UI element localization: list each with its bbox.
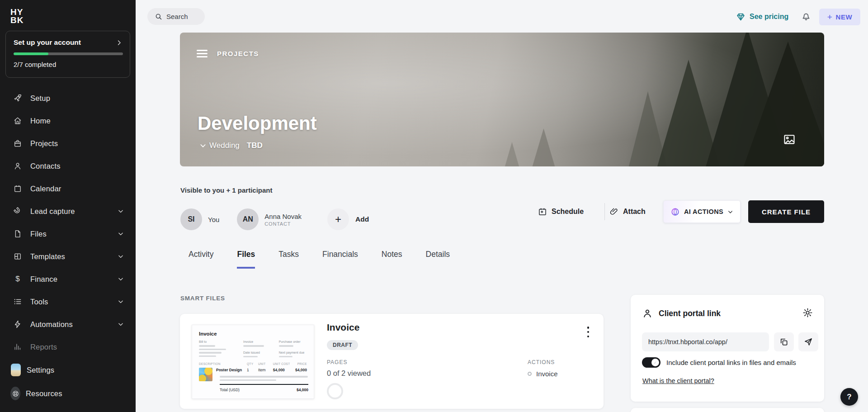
sidebar-item-projects[interactable]: Projects bbox=[0, 132, 136, 155]
sidebar-item-label: Files bbox=[30, 230, 47, 238]
see-pricing-link[interactable]: See pricing bbox=[736, 9, 788, 24]
see-pricing-label: See pricing bbox=[750, 13, 788, 21]
projects-breadcrumb[interactable]: PROJECTS bbox=[217, 50, 259, 57]
schedule-button[interactable]: Schedule bbox=[538, 200, 584, 223]
sidebar-item-calendar[interactable]: Calendar bbox=[0, 177, 136, 200]
smart-file-card[interactable]: Invoice Bill to Invoice Date issued Purc… bbox=[180, 314, 604, 409]
sidebar-item-label: Reports bbox=[30, 343, 57, 351]
dollar-icon: $ bbox=[13, 274, 23, 284]
tab-files[interactable]: Files bbox=[237, 250, 255, 269]
account-thumbnail bbox=[11, 365, 21, 375]
calendar-plus-icon bbox=[538, 207, 547, 216]
setup-progress-text: 2/7 completed bbox=[14, 61, 123, 68]
sidebar-item-resources[interactable]: Resources bbox=[0, 382, 136, 405]
chevron-down-icon[interactable] bbox=[118, 253, 124, 260]
client-portal-panel: Client portal link ✓ Include client port… bbox=[631, 295, 824, 402]
new-button[interactable]: + NEW bbox=[819, 9, 860, 25]
sidebar-item-files[interactable]: Files bbox=[0, 223, 136, 245]
setup-progress-fill bbox=[14, 52, 48, 55]
portal-links-toggle[interactable]: ✓ bbox=[642, 357, 660, 368]
briefcase-icon bbox=[13, 138, 23, 148]
create-file-button[interactable]: CREATE FILE bbox=[748, 200, 824, 223]
copy-link-button[interactable] bbox=[774, 332, 794, 351]
what-is-client-portal-link[interactable]: What is the client portal? bbox=[642, 377, 714, 384]
search-input[interactable]: Search bbox=[147, 8, 205, 25]
ai-orb-icon bbox=[670, 207, 680, 217]
sidebar-item-tools[interactable]: Tools bbox=[0, 290, 136, 313]
menu-icon[interactable] bbox=[197, 50, 208, 57]
project-type-dropdown[interactable]: Wedding TBD bbox=[199, 141, 263, 150]
tab-notes[interactable]: Notes bbox=[382, 250, 402, 269]
help-button-label: ? bbox=[847, 393, 851, 402]
attach-button[interactable]: Attach bbox=[609, 200, 646, 223]
file-icon bbox=[13, 229, 23, 239]
bolt-icon bbox=[13, 319, 23, 329]
secondary-panel bbox=[631, 408, 824, 412]
sidebar-item-settings[interactable]: Settings bbox=[0, 358, 136, 382]
project-tabs: Activity Files Tasks Financials Notes De… bbox=[189, 250, 450, 269]
copy-icon bbox=[779, 337, 788, 346]
action-status-dot bbox=[528, 372, 532, 376]
attach-label: Attach bbox=[623, 208, 646, 216]
setup-progress-bar bbox=[14, 52, 123, 55]
send-link-button[interactable] bbox=[798, 332, 818, 351]
hybk-logo[interactable]: HY BK bbox=[10, 8, 24, 24]
sidebar-item-lead-capture[interactable]: Lead capture bbox=[0, 200, 136, 223]
tab-activity[interactable]: Activity bbox=[189, 250, 213, 269]
change-cover-image-button[interactable] bbox=[783, 133, 798, 147]
sidebar-item-label: Finance bbox=[30, 275, 57, 284]
sidebar-item-home[interactable]: Home bbox=[0, 109, 136, 132]
help-button[interactable]: ? bbox=[840, 388, 858, 406]
image-icon bbox=[783, 133, 796, 146]
chevron-down-icon[interactable] bbox=[118, 298, 124, 305]
sidebar-item-label: Settings bbox=[27, 366, 54, 374]
notifications-button[interactable] bbox=[798, 8, 814, 24]
portal-settings-button[interactable] bbox=[802, 308, 814, 319]
chevron-down-icon bbox=[199, 142, 207, 149]
ai-actions-button[interactable]: AI ACTIONS bbox=[663, 200, 741, 223]
visibility-text: Visible to you + 1 participant bbox=[180, 186, 273, 194]
pages-value: 0 of 2 viewed bbox=[327, 369, 399, 378]
paperclip-icon bbox=[609, 207, 618, 216]
sidebar-item-templates[interactable]: Templates bbox=[0, 245, 136, 268]
sidebar-item-setup[interactable]: Setup bbox=[0, 87, 136, 109]
template-icon bbox=[13, 251, 23, 261]
sidebar-item-label: Projects bbox=[30, 139, 58, 148]
sidebar-item-contacts[interactable]: Contacts bbox=[0, 155, 136, 177]
portal-url-input[interactable] bbox=[642, 332, 769, 351]
project-date-label: TBD bbox=[247, 141, 263, 150]
setup-account-card[interactable]: Set up your account 2/7 completed bbox=[5, 31, 130, 78]
home-icon bbox=[13, 116, 23, 126]
status-badge: DRAFT bbox=[327, 340, 358, 350]
chevron-down-icon[interactable] bbox=[118, 276, 124, 282]
app-root: HY BK Set up your account 2/7 completed … bbox=[0, 0, 868, 412]
ai-actions-label: AI ACTIONS bbox=[684, 208, 723, 215]
send-icon bbox=[804, 337, 813, 346]
tab-tasks[interactable]: Tasks bbox=[278, 250, 299, 269]
rocket-icon bbox=[13, 93, 23, 103]
bar-chart-icon bbox=[13, 342, 23, 352]
magnet-icon bbox=[13, 206, 23, 216]
project-type-label: Wedding bbox=[209, 141, 240, 150]
sidebar-item-finance[interactable]: $ Finance bbox=[0, 268, 136, 290]
tab-details[interactable]: Details bbox=[426, 250, 450, 269]
file-options-menu[interactable] bbox=[583, 326, 594, 338]
chevron-down-icon[interactable] bbox=[118, 208, 124, 214]
pages-progress-ring bbox=[327, 383, 343, 399]
tab-financials[interactable]: Financials bbox=[322, 250, 358, 269]
portal-title: Client portal link bbox=[659, 309, 721, 318]
invoice-thumbnail[interactable]: Invoice Bill to Invoice Date issued Purc… bbox=[192, 325, 314, 399]
sidebar-item-automations[interactable]: Automations bbox=[0, 313, 136, 336]
main-area: Search See pricing + NEW PROJECTS bbox=[136, 0, 868, 412]
action-item-label: Invoice bbox=[536, 370, 558, 378]
calendar-icon bbox=[13, 184, 23, 194]
chevron-down-icon bbox=[727, 209, 733, 215]
logo-line-2: BK bbox=[10, 16, 24, 24]
person-icon bbox=[13, 161, 23, 171]
search-icon bbox=[155, 13, 162, 20]
divider bbox=[604, 203, 605, 220]
chevron-down-icon[interactable] bbox=[118, 231, 124, 237]
sidebar-item-reports[interactable]: Reports bbox=[0, 336, 136, 358]
sidebar-item-label: Home bbox=[30, 117, 51, 125]
chevron-down-icon[interactable] bbox=[118, 321, 124, 327]
